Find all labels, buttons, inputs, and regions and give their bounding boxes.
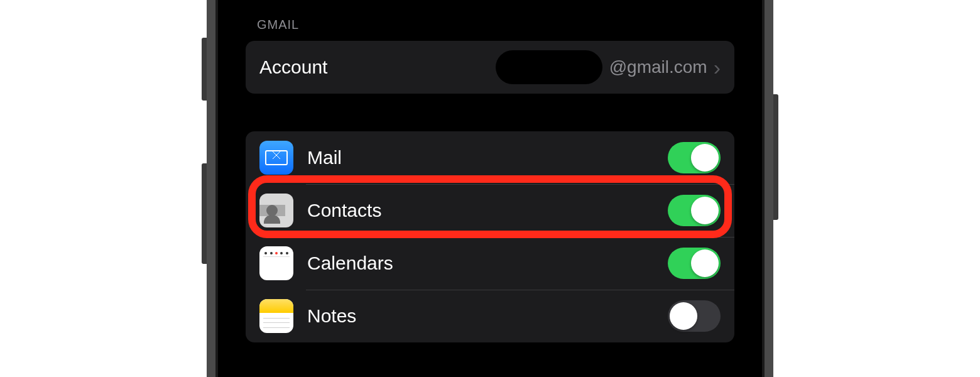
toggle-mail[interactable]	[668, 142, 721, 173]
services-group: Mail Contacts Ca	[246, 131, 734, 342]
chevron-right-icon: ›	[714, 57, 721, 78]
volume-up-button	[202, 38, 207, 101]
service-label-contacts: Contacts	[307, 200, 668, 221]
spacer	[242, 94, 738, 131]
contacts-icon	[259, 194, 293, 227]
service-row-mail: Mail	[246, 131, 734, 184]
redacted-email-prefix	[496, 50, 602, 84]
account-row[interactable]: Account @gmail.com ›	[246, 41, 734, 94]
account-group: Account @gmail.com ›	[246, 41, 734, 94]
toggle-contacts[interactable]	[668, 195, 721, 226]
volume-down-button	[202, 163, 207, 264]
service-label-mail: Mail	[307, 147, 668, 168]
phone-frame: GMAIL Account @gmail.com › Mail	[207, 0, 773, 377]
mail-icon	[259, 141, 293, 175]
screen: GMAIL Account @gmail.com › Mail	[242, 0, 738, 377]
service-label-notes: Notes	[307, 305, 668, 327]
section-header-gmail: GMAIL	[242, 0, 738, 41]
service-row-contacts: Contacts	[246, 184, 734, 237]
service-row-calendars: Calendars	[246, 237, 734, 290]
notes-icon	[259, 299, 293, 333]
calendars-icon	[259, 246, 293, 280]
toggle-calendars[interactable]	[668, 248, 721, 279]
account-value: @gmail.com	[609, 57, 707, 77]
service-label-calendars: Calendars	[307, 253, 668, 274]
service-row-notes: Notes	[246, 290, 734, 342]
power-button	[773, 94, 778, 220]
toggle-notes[interactable]	[668, 300, 721, 332]
